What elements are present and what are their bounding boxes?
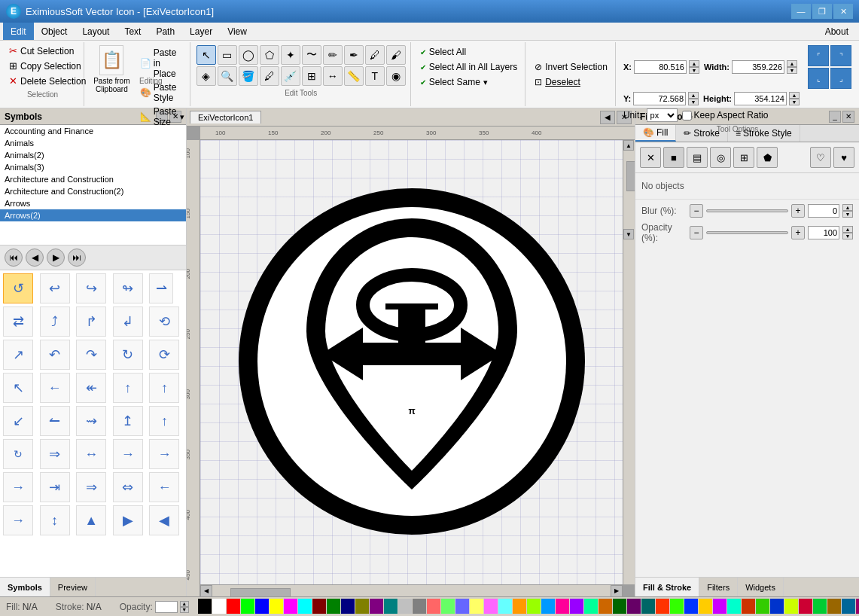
symbol-25[interactable]: ↻ [3, 439, 33, 469]
ellipse-tool[interactable]: ◯ [239, 45, 258, 65]
palette-color-20[interactable] [484, 599, 498, 614]
palette-color-5[interactable] [270, 599, 283, 614]
palette-color-29[interactable] [613, 599, 626, 614]
scroll-right-button[interactable]: ▶ [611, 585, 623, 597]
x-spin-up[interactable]: ▲ [689, 60, 699, 67]
symbol-18[interactable]: ↑ [113, 373, 143, 403]
category-arrows2[interactable]: Arrows(2) [0, 209, 186, 221]
paint-radial[interactable]: ◎ [710, 147, 731, 168]
palette-color-3[interactable] [241, 599, 254, 614]
w-spin-down[interactable]: ▼ [787, 67, 797, 74]
symbol-33[interactable]: ⇔ [113, 472, 143, 502]
symbol-10[interactable]: ↗ [3, 340, 33, 370]
palette-color-9[interactable] [327, 599, 340, 614]
symbol-36[interactable]: ↕ [40, 505, 70, 535]
menu-layout[interactable]: Layout [75, 23, 117, 40]
symbol-26[interactable]: ⇒ [40, 439, 70, 469]
blur-minus[interactable]: − [690, 204, 703, 218]
eyedrop-tool[interactable]: 💉 [281, 66, 300, 86]
symbol-9[interactable]: ⟲ [149, 306, 179, 337]
callig-tool[interactable]: 🖊 [365, 45, 385, 65]
pencil-tool[interactable]: ✏ [323, 45, 343, 65]
symbol-32[interactable]: ⇒ [76, 472, 106, 502]
cut-selection-button[interactable]: ✂ Cut Selection [6, 44, 79, 58]
nav-last-button[interactable]: ⏭ [68, 249, 86, 267]
palette-color-34[interactable] [684, 599, 698, 614]
blur-track[interactable] [706, 209, 788, 212]
menu-text[interactable]: Text [117, 23, 148, 40]
blur-spinner[interactable]: ▲ ▼ [842, 204, 853, 218]
palette-color-38[interactable] [742, 599, 755, 614]
symbol-3[interactable]: ↬ [113, 273, 143, 303]
palette-color-22[interactable] [513, 599, 526, 614]
menu-view[interactable]: View [220, 23, 254, 40]
palette-color-43[interactable] [813, 599, 827, 614]
symbol-38[interactable]: ▶ [113, 505, 143, 535]
symbol-35[interactable]: → [3, 505, 33, 535]
palette-color-35[interactable] [699, 599, 712, 614]
symbol-29[interactable]: → [149, 439, 179, 469]
symbol-28[interactable]: → [113, 439, 143, 469]
symbol-11[interactable]: ↶ [40, 340, 70, 370]
canvas-tab[interactable]: ExiVectorIcon1 [190, 111, 261, 124]
y-input[interactable] [633, 92, 686, 105]
menu-layer[interactable]: Layer [182, 23, 220, 40]
height-spinner[interactable]: ▲ ▼ [789, 92, 800, 105]
symbol-13[interactable]: ↻ [113, 340, 143, 370]
scroll-down-button[interactable]: ▼ [623, 229, 634, 239]
paste-from-clipboard-label[interactable]: Paste from Clipboard [89, 77, 135, 93]
invert-selection-button[interactable]: ⊘ Invert Selection [532, 60, 611, 74]
symbol-24[interactable]: ↑ [149, 406, 179, 436]
transform-br[interactable]: ⌟ [830, 68, 851, 89]
palette-color-46[interactable] [856, 599, 859, 614]
paint-pattern[interactable]: ⊞ [733, 147, 754, 168]
category-animals2[interactable]: Animals(2) [0, 149, 186, 161]
opacity-minus[interactable]: − [690, 226, 703, 239]
opacity-spinner[interactable]: ▲ ▼ [842, 226, 853, 239]
palette-color-10[interactable] [341, 599, 355, 614]
paint-heart[interactable]: ♥ [833, 147, 854, 168]
palette-color-32[interactable] [656, 599, 669, 614]
symbol-19[interactable]: ↑ [149, 373, 179, 403]
y-spinner[interactable]: ▲ ▼ [688, 92, 699, 105]
width-spinner[interactable]: ▲ ▼ [787, 60, 797, 74]
tab-preview[interactable]: Preview [50, 578, 96, 596]
transform-bl[interactable]: ⌞ [808, 68, 829, 89]
w-spin-up[interactable]: ▲ [787, 60, 797, 67]
palette-color-41[interactable] [784, 599, 798, 614]
symbol-2[interactable]: ↪ [76, 273, 106, 303]
palette-color-21[interactable] [498, 599, 512, 614]
star-tool[interactable]: ✦ [281, 45, 300, 65]
palette-color-40[interactable] [770, 599, 784, 614]
pen-tool[interactable]: ✒ [344, 45, 364, 65]
transform-tr[interactable]: ⌝ [830, 45, 851, 66]
y-spin-up[interactable]: ▲ [688, 92, 699, 99]
menu-object[interactable]: Object [34, 23, 75, 40]
symbol-31[interactable]: ⇥ [40, 472, 70, 502]
palette-color-7[interactable] [298, 599, 312, 614]
keep-aspect-checkbox[interactable] [682, 111, 692, 120]
spiral-tool[interactable]: 〜 [302, 45, 321, 65]
blur-spin-up[interactable]: ▲ [842, 204, 853, 211]
fs-tab-filters[interactable]: Filters [699, 578, 738, 596]
node-tool[interactable]: ◈ [196, 66, 216, 86]
y-spin-down[interactable]: ▼ [688, 99, 699, 105]
opacity-spin-up[interactable]: ▲ [842, 226, 853, 233]
paint-linear[interactable]: ▤ [687, 147, 708, 168]
paste-size-button[interactable]: 📐 Paste Size▾ [138, 105, 187, 128]
palette-color-6[interactable] [284, 599, 297, 614]
nav-first-button[interactable]: ⏮ [5, 249, 23, 267]
symbol-6[interactable]: ⤴ [40, 306, 70, 337]
h-spin-up[interactable]: ▲ [789, 92, 800, 99]
symbol-14[interactable]: ⟳ [149, 340, 179, 370]
fill-tool[interactable]: 🪣 [239, 66, 258, 86]
symbol-27[interactable]: ↔ [76, 439, 106, 469]
symbol-23[interactable]: ↥ [113, 406, 143, 436]
opacity-plus[interactable]: + [791, 226, 805, 239]
palette-color-37[interactable] [727, 599, 741, 614]
nav-prev-button[interactable]: ◀ [26, 249, 44, 267]
vector-icon[interactable]: π [224, 173, 600, 552]
palette-color-8[interactable] [312, 599, 326, 614]
deselect-button[interactable]: ⊡ Deselect [532, 75, 611, 89]
palette-color-33[interactable] [670, 599, 684, 614]
